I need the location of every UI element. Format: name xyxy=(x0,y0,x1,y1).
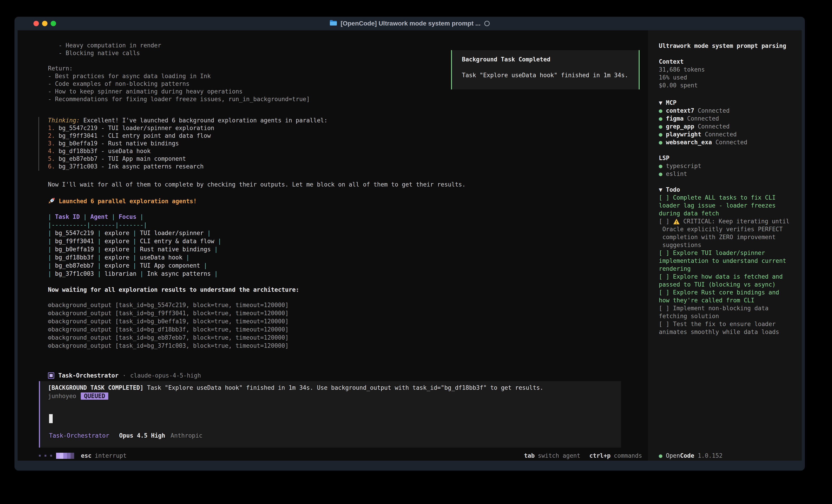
text-segment: - Heavy computation in render xyxy=(48,42,161,49)
text-segment: websearch_exa xyxy=(666,139,712,146)
text-segment: CLI entry & data flow xyxy=(140,238,214,245)
text-segment: 4. xyxy=(48,148,58,155)
text-segment: 5. xyxy=(48,156,58,162)
text-segment: typescript xyxy=(666,163,701,169)
app-name-open: Open xyxy=(666,452,680,459)
queued-badge: QUEUED xyxy=(81,392,108,400)
waiting-heading: Now waiting for all exploration results … xyxy=(48,286,299,294)
input-model-name[interactable]: Opus 4.5 High xyxy=(119,432,165,439)
agents-table-line: | Task ID | Agent | Focus | xyxy=(48,214,222,222)
zoom-button[interactable] xyxy=(51,21,56,26)
text-segment: | xyxy=(214,238,222,245)
context-tail-line: - Recommendations for fixing loader free… xyxy=(48,96,310,104)
thinking-block-line: 1. bg_5547c219 - TUI loader/spinner expl… xyxy=(48,124,328,132)
tool-calls-line: ⚙background_output [task_id=bg_df18bb3f,… xyxy=(48,326,288,334)
text-segment: CRITICAL: Keep iterating until xyxy=(680,218,789,225)
text-segment: - How to keep spinner animating during h… xyxy=(48,88,242,95)
waiting-heading-line: Now waiting for all exploration results … xyxy=(48,286,299,294)
context-tail-line: Return: xyxy=(48,65,310,73)
mcp-section-line: ▼ MCP xyxy=(659,100,747,107)
text-segment: LSP xyxy=(659,155,670,162)
text-segment: - Code examples of non-blocking patterns xyxy=(48,80,189,87)
agent-square-icon xyxy=(48,372,54,379)
text-segment: ⚙ xyxy=(48,342,52,349)
text-segment: | xyxy=(129,238,140,245)
title-bar[interactable]: [OpenCode] Ultrawork mode system prompt … xyxy=(15,17,805,30)
text-segment: 6. xyxy=(48,163,58,170)
text-segment: | xyxy=(94,262,105,269)
esc-keycap: esc xyxy=(81,452,92,459)
text-segment: Rust native bindings xyxy=(140,246,211,253)
text-segment: grep_app xyxy=(666,123,694,130)
close-button[interactable] xyxy=(33,21,39,26)
todo-section-line: ▼ Todo xyxy=(659,186,789,194)
mcp-section-line: ● context7 Connected xyxy=(659,107,747,115)
text-segment: explore xyxy=(104,238,129,245)
todo-section-line: [ ] Implement non-blocking data xyxy=(659,305,789,313)
text-segment: | xyxy=(48,270,55,277)
context-stats-line: $0.00 spent xyxy=(659,82,705,90)
text-segment: Launched 6 parallel exploration agents! xyxy=(55,198,197,204)
terminal-content: Task-Orchestrator · claude-opus-4-5-high… xyxy=(18,30,802,460)
todo-section-line: rendering xyxy=(659,265,789,273)
text-segment: bg_f9ff3041 xyxy=(55,238,94,245)
sidebar-footer: ● OpenCode 1.0.152 xyxy=(659,451,723,460)
text-segment: ⚙ xyxy=(48,326,52,333)
agents-table-line: |----------|-------|-------| xyxy=(48,222,222,230)
text-segment: | xyxy=(94,246,105,253)
text-segment: Thinking: xyxy=(48,117,80,124)
text-segment: [ ] xyxy=(659,218,673,225)
text-segment: TUI App component xyxy=(140,262,200,269)
todo-section-line: implementation to understand current xyxy=(659,257,789,265)
lsp-section-line: ● typescript xyxy=(659,163,701,170)
lsp-section-line: LSP xyxy=(659,155,701,163)
text-segment: bg_b0effa19 - Rust native bindings xyxy=(58,140,179,147)
text-segment: Connected xyxy=(684,115,719,122)
thinking-block-line: 5. bg_eb87ebb7 - TUI App main component xyxy=(48,156,328,163)
thinking-block: Thinking: Excellent! I've launched 6 bac… xyxy=(38,117,328,171)
wait-note-line: Now I'll wait for all of them to complet… xyxy=(48,181,466,189)
input-agent-name[interactable]: Task-Orchestrator xyxy=(49,432,109,439)
text-segment: - Blocking native calls xyxy=(48,50,140,56)
agents-table-line: | bg_f9ff3041 | explore | CLI entry & da… xyxy=(48,238,222,246)
text-segment: 1. xyxy=(48,124,58,132)
text-segment: 3. xyxy=(48,140,58,147)
text-segment: | xyxy=(108,214,119,220)
esc-key-label: interrupt xyxy=(95,452,127,459)
text-segment: $0.00 spent xyxy=(659,82,698,89)
text-segment: Task ID xyxy=(55,214,80,220)
text-segment: Ultrawork mode system prompt parsing xyxy=(659,43,786,49)
text-segment: | xyxy=(200,262,207,269)
ctrlp-keycap: ctrl+p xyxy=(590,452,610,459)
text-segment: TUI loader/spinner xyxy=(140,230,204,236)
text-segment: completion with ZERO improvement xyxy=(659,234,776,241)
thinking-block-line: 6. bg_37f1c003 - Ink async patterns rese… xyxy=(48,163,328,171)
username: junhoyeo xyxy=(48,393,76,399)
todo-section: ▼ Todo[ ] Complete ALL tasks to fix CLIl… xyxy=(659,186,789,336)
wait-note: Now I'll wait for all of them to complet… xyxy=(48,181,466,189)
text-segment: bg_df18bb3f - useData hook xyxy=(58,148,151,155)
text-segment: | xyxy=(211,270,218,277)
spinner-gradient-icon xyxy=(56,453,74,459)
minimize-button[interactable] xyxy=(42,21,48,26)
orchestrator-row: Task-Orchestrator · claude-opus-4-5-high xyxy=(48,371,201,380)
text-segment: Oracle explicitly verifies PERFECT xyxy=(659,226,783,232)
text-segment: | xyxy=(94,230,105,236)
text-segment: | xyxy=(129,230,140,236)
text-segment: ▼ Todo xyxy=(659,186,680,193)
context-tail: - Heavy computation in render - Blocking… xyxy=(48,42,310,104)
text-segment: | xyxy=(94,270,105,277)
background-task-toast[interactable]: Background Task Completed Task "Explore … xyxy=(451,50,640,89)
mcp-section-line: ● figma Connected xyxy=(659,115,747,123)
context-tail-line: - Heavy computation in render xyxy=(48,42,310,50)
text-segment: [ ] Complete ALL tasks to fix CLI xyxy=(659,194,776,201)
thinking-block-line: 2. bg_f9ff3041 - CLI entry point and dat… xyxy=(48,132,328,140)
text-segment: Focus xyxy=(119,214,136,220)
input-provider-name: Anthropic xyxy=(171,432,203,439)
prompt-input-box[interactable]: Task-Orchestrator Opus 4.5 High Anthropi… xyxy=(39,406,621,448)
launch-banner: Launched 6 parallel exploration agents! xyxy=(48,197,197,206)
text-segment: Ink async patterns xyxy=(147,270,211,277)
text-segment: bg_37f1c003 - Ink async patterns researc… xyxy=(58,163,204,170)
todo-section-line: [ ] Explore Rust core bindings and xyxy=(659,289,789,297)
text-segment: | xyxy=(94,254,105,261)
